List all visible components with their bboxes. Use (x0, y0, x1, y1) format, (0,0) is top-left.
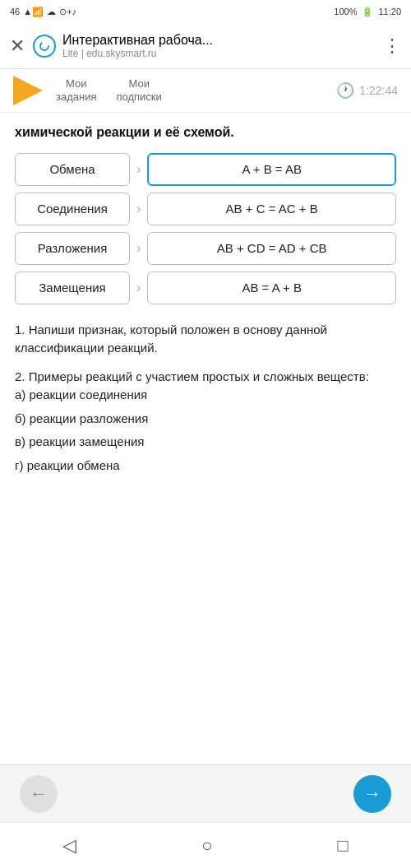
forward-button[interactable]: → (353, 775, 391, 813)
system-home-button[interactable]: ○ (201, 835, 212, 856)
time-text: 11:20 (378, 7, 401, 16)
question-2: 2. Примеры реакций с участием простых и … (15, 368, 396, 476)
status-bar: 46 ▲📶 ☁ ⊙+♪ 100% 🔋 11:20 (0, 0, 411, 23)
tab-my-tasks-line1: Мои (56, 77, 97, 91)
app-bar: ✕ Интерактивная рабоча... Lite | edu.sky… (0, 23, 411, 69)
match-right-3[interactable]: AB = A + B (147, 272, 396, 304)
match-arrow-0: › (136, 162, 141, 177)
match-row: Замещения›AB = A + B (15, 272, 396, 304)
match-left-1[interactable]: Соединения (15, 193, 130, 225)
main-content: химической реакции и её схемой. Обмена›A… (0, 113, 411, 750)
match-right-1[interactable]: AB + C = AC + B (147, 193, 396, 225)
match-arrow-2: › (136, 241, 141, 256)
close-button[interactable]: ✕ (10, 35, 25, 57)
system-recent-button[interactable]: □ (338, 835, 349, 856)
signal-text: 46 (10, 7, 20, 16)
qb-text: б) реакции разложения (15, 410, 396, 429)
q2-text: 2. Примеры реакций с участием простых и … (15, 368, 396, 387)
match-arrow-3: › (136, 281, 141, 295)
signal-icon: ▲📶 (23, 7, 44, 17)
questions: 1. Напиши признак, который положен в осн… (15, 321, 396, 476)
match-row: Разложения›AB + CD = AD + CB (15, 232, 396, 265)
match-right-0[interactable]: A + B = AB (147, 153, 396, 186)
tab-my-tasks[interactable]: Мои задания (56, 77, 97, 103)
nav-tabs: Мои задания Мои подписки 🕐 1:22:44 (0, 69, 411, 113)
match-left-0[interactable]: Обмена (15, 153, 130, 186)
match-row: Соединения›AB + C = AC + B (15, 193, 396, 225)
section-title: химической реакции и её схемой. (15, 124, 396, 142)
qa-text: а) реакции соединения (15, 386, 396, 405)
notification-icon: ⊙+♪ (59, 7, 76, 17)
match-arrow-1: › (136, 202, 141, 216)
app-subtitle: Lite | edu.skysmart.ru (62, 48, 213, 59)
question-1: 1. Напиши признак, который положен в осн… (15, 321, 396, 358)
status-left: 46 ▲📶 ☁ ⊙+♪ (10, 7, 76, 17)
battery-icon: 🔋 (362, 7, 373, 17)
bottom-nav: ← → (0, 764, 411, 822)
timer-value: 1:22:44 (359, 84, 398, 97)
system-back-button[interactable]: ◁ (62, 835, 76, 856)
match-row: Обмена›A + B = AB (15, 153, 396, 186)
tab-my-tasks-line2: задания (56, 91, 97, 104)
qd-text: г) реакции обмена (15, 457, 396, 476)
match-grid: Обмена›A + B = ABСоединения›AB + C = AC … (15, 153, 396, 304)
status-right: 100% 🔋 11:20 (334, 7, 401, 17)
wifi-icon: ☁ (47, 7, 56, 17)
qc-text: в) реакции замещения (15, 433, 396, 452)
system-nav: ◁ ○ □ (0, 822, 411, 868)
clock-icon: 🕐 (336, 81, 354, 100)
tab-my-subs[interactable]: Мои подписки (117, 77, 162, 103)
match-left-2[interactable]: Разложения (15, 232, 130, 265)
tab-my-subs-line2: подписки (117, 91, 162, 104)
battery-text: 100% (334, 7, 357, 16)
tab-my-subs-line1: Мои (117, 77, 162, 91)
back-button[interactable]: ← (20, 775, 58, 813)
app-bar-info: Интерактивная рабоча... Lite | edu.skysm… (33, 33, 375, 59)
svg-point-0 (40, 42, 48, 50)
loading-icon (33, 35, 56, 58)
timer: 🕐 1:22:44 (336, 81, 398, 100)
app-logo (13, 76, 43, 105)
q1-text: 1. Напиши признак, который положен в осн… (15, 323, 327, 355)
more-button[interactable]: ⋮ (383, 35, 401, 57)
app-title: Интерактивная рабоча... (62, 33, 213, 48)
app-bar-text: Интерактивная рабоча... Lite | edu.skysm… (62, 33, 213, 59)
match-left-3[interactable]: Замещения (15, 272, 130, 304)
match-right-2[interactable]: AB + CD = AD + CB (147, 232, 396, 265)
